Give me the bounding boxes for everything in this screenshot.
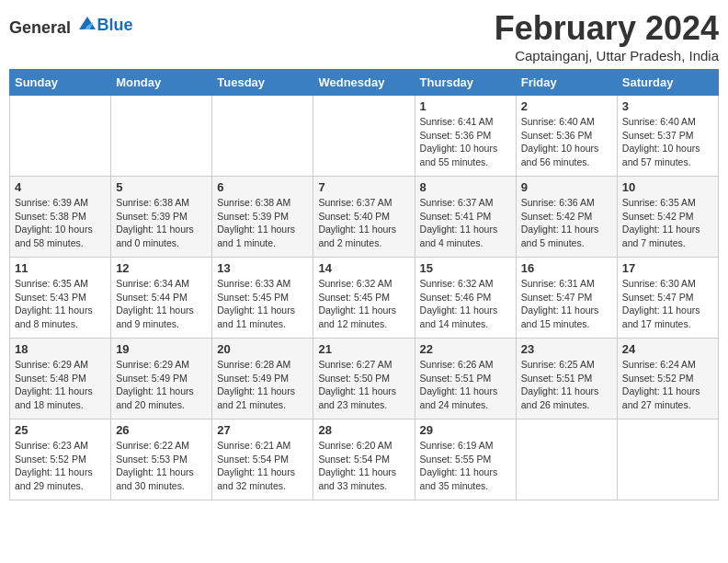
cell-date-number: 11 — [15, 261, 106, 275]
cell-date-number: 14 — [318, 261, 409, 275]
cell-date-number: 17 — [622, 261, 713, 275]
calendar-cell: 17Sunrise: 6:30 AM Sunset: 5:47 PM Dayli… — [617, 258, 718, 339]
cell-info-text: Sunrise: 6:41 AM Sunset: 5:36 PM Dayligh… — [420, 115, 511, 169]
cell-date-number: 26 — [116, 423, 207, 437]
calendar-cell: 12Sunrise: 6:34 AM Sunset: 5:44 PM Dayli… — [111, 258, 212, 339]
title-block: February 2024 Captainganj, Uttar Pradesh… — [495, 9, 719, 63]
calendar-cell: 23Sunrise: 6:25 AM Sunset: 5:51 PM Dayli… — [516, 339, 617, 419]
cell-date-number: 1 — [420, 99, 511, 113]
cell-date-number: 15 — [420, 261, 511, 275]
cell-date-number: 12 — [116, 261, 207, 275]
cell-date-number: 18 — [15, 342, 106, 356]
calendar-cell: 22Sunrise: 6:26 AM Sunset: 5:51 PM Dayli… — [415, 339, 516, 419]
calendar-cell — [313, 96, 415, 177]
cell-date-number: 23 — [521, 342, 612, 356]
logo: General Blue — [9, 13, 133, 38]
cell-date-number: 22 — [420, 342, 511, 356]
logo-general: General — [9, 18, 71, 37]
cell-date-number: 20 — [217, 342, 308, 356]
cell-info-text: Sunrise: 6:26 AM Sunset: 5:51 PM Dayligh… — [420, 358, 511, 412]
header: General Blue February 2024 Captainganj, … — [9, 9, 719, 63]
calendar-cell: 20Sunrise: 6:28 AM Sunset: 5:49 PM Dayli… — [212, 339, 313, 419]
calendar-cell: 3Sunrise: 6:40 AM Sunset: 5:37 PM Daylig… — [617, 96, 718, 177]
calendar-cell: 16Sunrise: 6:31 AM Sunset: 5:47 PM Dayli… — [516, 258, 617, 339]
cell-info-text: Sunrise: 6:35 AM Sunset: 5:42 PM Dayligh… — [622, 196, 713, 250]
day-header-tuesday: Tuesday — [212, 70, 313, 96]
calendar-cell — [516, 419, 617, 500]
calendar-cell — [212, 96, 313, 177]
calendar-cell: 29Sunrise: 6:19 AM Sunset: 5:55 PM Dayli… — [415, 419, 516, 500]
cell-info-text: Sunrise: 6:32 AM Sunset: 5:45 PM Dayligh… — [318, 277, 409, 331]
day-header-friday: Friday — [516, 70, 617, 96]
calendar-cell: 14Sunrise: 6:32 AM Sunset: 5:45 PM Dayli… — [313, 258, 415, 339]
cell-date-number: 27 — [217, 423, 308, 437]
cell-date-number: 21 — [318, 342, 409, 356]
calendar-subtitle: Captainganj, Uttar Pradesh, India — [495, 48, 719, 63]
calendar-title: February 2024 — [495, 9, 719, 48]
cell-info-text: Sunrise: 6:40 AM Sunset: 5:37 PM Dayligh… — [622, 115, 713, 169]
cell-info-text: Sunrise: 6:39 AM Sunset: 5:38 PM Dayligh… — [15, 196, 106, 250]
calendar-cell: 26Sunrise: 6:22 AM Sunset: 5:53 PM Dayli… — [111, 419, 212, 500]
cell-date-number: 29 — [420, 423, 511, 437]
cell-info-text: Sunrise: 6:27 AM Sunset: 5:50 PM Dayligh… — [318, 358, 409, 412]
cell-info-text: Sunrise: 6:29 AM Sunset: 5:48 PM Dayligh… — [15, 358, 106, 412]
day-header-wednesday: Wednesday — [313, 70, 415, 96]
cell-date-number: 24 — [622, 342, 713, 356]
cell-date-number: 4 — [15, 180, 106, 194]
cell-info-text: Sunrise: 6:37 AM Sunset: 5:40 PM Dayligh… — [318, 196, 409, 250]
cell-date-number: 9 — [521, 180, 612, 194]
cell-info-text: Sunrise: 6:21 AM Sunset: 5:54 PM Dayligh… — [217, 439, 308, 493]
cell-info-text: Sunrise: 6:33 AM Sunset: 5:45 PM Dayligh… — [217, 277, 308, 331]
cell-info-text: Sunrise: 6:35 AM Sunset: 5:43 PM Dayligh… — [15, 277, 106, 331]
calendar-week-row: 11Sunrise: 6:35 AM Sunset: 5:43 PM Dayli… — [10, 258, 719, 339]
cell-date-number: 5 — [116, 180, 207, 194]
day-header-saturday: Saturday — [617, 70, 718, 96]
cell-info-text: Sunrise: 6:19 AM Sunset: 5:55 PM Dayligh… — [420, 439, 511, 493]
calendar-cell — [10, 96, 111, 177]
calendar-cell: 13Sunrise: 6:33 AM Sunset: 5:45 PM Dayli… — [212, 258, 313, 339]
cell-info-text: Sunrise: 6:31 AM Sunset: 5:47 PM Dayligh… — [521, 277, 612, 331]
cell-info-text: Sunrise: 6:29 AM Sunset: 5:49 PM Dayligh… — [116, 358, 207, 412]
calendar-cell — [111, 96, 212, 177]
calendar-week-row: 18Sunrise: 6:29 AM Sunset: 5:48 PM Dayli… — [10, 339, 719, 419]
cell-info-text: Sunrise: 6:32 AM Sunset: 5:46 PM Dayligh… — [420, 277, 511, 331]
calendar-cell: 15Sunrise: 6:32 AM Sunset: 5:46 PM Dayli… — [415, 258, 516, 339]
calendar-cell: 1Sunrise: 6:41 AM Sunset: 5:36 PM Daylig… — [415, 96, 516, 177]
cell-date-number: 25 — [15, 423, 106, 437]
cell-info-text: Sunrise: 6:40 AM Sunset: 5:36 PM Dayligh… — [521, 115, 612, 169]
cell-info-text: Sunrise: 6:38 AM Sunset: 5:39 PM Dayligh… — [217, 196, 308, 250]
calendar-cell: 11Sunrise: 6:35 AM Sunset: 5:43 PM Dayli… — [10, 258, 111, 339]
cell-info-text: Sunrise: 6:20 AM Sunset: 5:54 PM Dayligh… — [318, 439, 409, 493]
cell-date-number: 2 — [521, 99, 612, 113]
calendar-cell: 19Sunrise: 6:29 AM Sunset: 5:49 PM Dayli… — [111, 339, 212, 419]
calendar-cell: 18Sunrise: 6:29 AM Sunset: 5:48 PM Dayli… — [10, 339, 111, 419]
cell-info-text: Sunrise: 6:36 AM Sunset: 5:42 PM Dayligh… — [521, 196, 612, 250]
calendar-cell: 4Sunrise: 6:39 AM Sunset: 5:38 PM Daylig… — [10, 177, 111, 258]
calendar-cell: 25Sunrise: 6:23 AM Sunset: 5:52 PM Dayli… — [10, 419, 111, 500]
cell-date-number: 16 — [521, 261, 612, 275]
cell-date-number: 28 — [318, 423, 409, 437]
cell-date-number: 19 — [116, 342, 207, 356]
calendar-cell: 8Sunrise: 6:37 AM Sunset: 5:41 PM Daylig… — [415, 177, 516, 258]
calendar-cell: 10Sunrise: 6:35 AM Sunset: 5:42 PM Dayli… — [617, 177, 718, 258]
day-header-thursday: Thursday — [415, 70, 516, 96]
cell-date-number: 6 — [217, 180, 308, 194]
calendar-cell: 5Sunrise: 6:38 AM Sunset: 5:39 PM Daylig… — [111, 177, 212, 258]
calendar-cell: 6Sunrise: 6:38 AM Sunset: 5:39 PM Daylig… — [212, 177, 313, 258]
logo-blue: Blue — [97, 16, 133, 34]
cell-info-text: Sunrise: 6:23 AM Sunset: 5:52 PM Dayligh… — [15, 439, 106, 493]
cell-date-number: 8 — [420, 180, 511, 194]
cell-info-text: Sunrise: 6:38 AM Sunset: 5:39 PM Dayligh… — [116, 196, 207, 250]
calendar-cell: 24Sunrise: 6:24 AM Sunset: 5:52 PM Dayli… — [617, 339, 718, 419]
cell-info-text: Sunrise: 6:25 AM Sunset: 5:51 PM Dayligh… — [521, 358, 612, 412]
cell-info-text: Sunrise: 6:30 AM Sunset: 5:47 PM Dayligh… — [622, 277, 713, 331]
cell-info-text: Sunrise: 6:37 AM Sunset: 5:41 PM Dayligh… — [420, 196, 511, 250]
calendar-cell — [617, 419, 718, 500]
calendar-week-row: 4Sunrise: 6:39 AM Sunset: 5:38 PM Daylig… — [10, 177, 719, 258]
cell-info-text: Sunrise: 6:28 AM Sunset: 5:49 PM Dayligh… — [217, 358, 308, 412]
calendar-week-row: 25Sunrise: 6:23 AM Sunset: 5:52 PM Dayli… — [10, 419, 719, 500]
logo-icon — [77, 13, 97, 33]
calendar-cell: 2Sunrise: 6:40 AM Sunset: 5:36 PM Daylig… — [516, 96, 617, 177]
calendar-table: SundayMondayTuesdayWednesdayThursdayFrid… — [9, 69, 719, 500]
day-header-monday: Monday — [111, 70, 212, 96]
